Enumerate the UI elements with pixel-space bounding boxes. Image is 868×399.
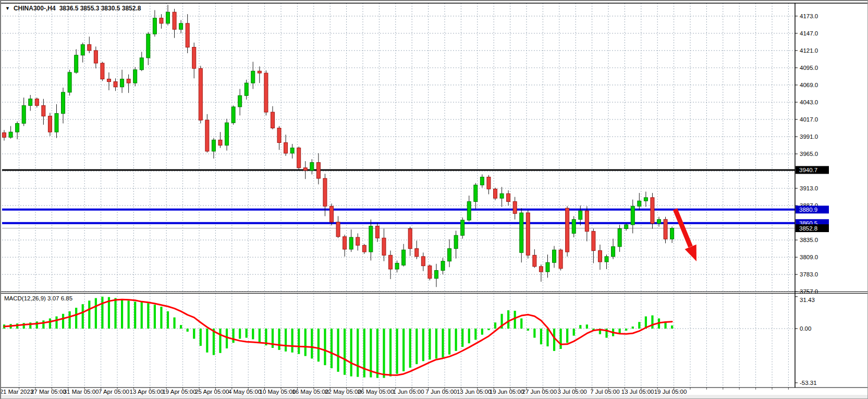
candle [297,148,301,168]
svg-text:3913.0: 3913.0 [800,185,818,191]
macd-histogram-bar [389,329,392,377]
svg-text:3991.0: 3991.0 [800,134,818,140]
candle [310,163,314,171]
macd-histogram-bar [193,329,195,338]
candle [448,249,451,261]
candle [428,266,432,279]
candle [290,148,294,153]
candle [434,271,438,279]
down-arrow-annotation [675,209,696,261]
svg-text:7 Jun 05:00: 7 Jun 05:00 [425,389,457,395]
macd-histogram-bar [448,329,450,355]
macd-histogram-bar [560,329,562,349]
candle [664,220,667,239]
macd-histogram-bar [200,329,202,346]
candle [107,79,111,82]
price-badge: 3852.8 [796,224,829,232]
candle [62,92,65,114]
symbol-dropdown-icon[interactable]: ▼ [5,6,10,11]
candle [618,229,621,247]
chart-canvas[interactable]: 4173.04147.04121.04095.04069.04043.04017… [1,1,867,398]
macd-histogram-bar [638,322,640,329]
svg-text:3940.7: 3940.7 [799,167,817,173]
candle [88,44,91,50]
macd-histogram-bar [69,311,71,329]
candle [42,105,45,116]
svg-text:19 Jun 05:00: 19 Jun 05:00 [490,389,524,395]
candle [349,237,353,249]
candle [592,232,595,251]
candle [16,124,19,132]
svg-text:3783.0: 3783.0 [800,271,818,277]
candle [375,226,379,238]
candle [303,168,307,171]
macd-histogram-bar [141,302,143,329]
candle [480,177,484,185]
svg-text:3880.9: 3880.9 [799,207,817,213]
candle [461,220,464,235]
macd-histogram-bar [324,329,326,365]
macd-histogram-bar [55,317,57,329]
candle [212,140,215,151]
macd-histogram-bar [429,329,431,359]
macd-histogram-bar [167,311,169,329]
candle [507,194,510,201]
macd-histogram-bar [213,329,215,355]
macd-histogram-bar [259,329,261,343]
macd-histogram-bar [586,324,588,329]
svg-text:10 May 05:00: 10 May 05:00 [260,389,296,395]
macd-indicator-label: MACD(12,26,9) 3.07 6.85 [4,295,72,301]
macd-histogram-bar [128,300,130,329]
svg-text:-53.31: -53.31 [800,380,817,386]
candle [343,237,347,249]
grid-lines [2,3,795,390]
macd-pane [3,297,673,378]
macd-histogram-bar [632,327,634,329]
candle [22,105,26,123]
macd-histogram-bar [252,329,254,339]
macd-histogram-bar [520,319,522,329]
svg-text:4069.0: 4069.0 [800,82,818,88]
candle [29,99,32,106]
svg-text:3 Jul 05:00: 3 Jul 05:00 [557,389,586,395]
svg-text:19 Apr 05:00: 19 Apr 05:00 [162,389,196,395]
candle [533,255,536,267]
candle [81,44,84,55]
candle [382,238,386,255]
svg-text:19 Jul 05:00: 19 Jul 05:00 [654,389,687,395]
candle [356,237,360,245]
horizontal-level-lines [2,170,795,228]
candle [271,112,274,128]
candle [330,206,334,222]
macd-histogram-bar [527,329,529,331]
svg-text:13 Jul 05:00: 13 Jul 05:00 [621,389,654,395]
macd-name: MACD(12,26,9) [4,295,46,301]
macd-histogram-bar [187,329,189,332]
trading-chart-window[interactable]: ▼ CHINA300-,H4 3836.5 3855.3 3830.5 3852… [0,0,868,399]
candle [631,206,634,225]
candle [559,250,563,269]
svg-text:3809.0: 3809.0 [800,254,818,260]
candle [68,72,71,92]
macd-histogram-bar [383,329,385,378]
macd-histogram-bar [291,329,294,353]
candle [467,201,471,220]
candle [284,142,288,153]
svg-text:3835.0: 3835.0 [800,237,818,243]
macd-histogram-bar [226,329,228,348]
macd-histogram-bar [363,329,365,378]
candle [9,132,13,137]
candle [101,63,104,79]
candle [114,82,117,87]
candle [3,132,6,137]
candle [421,257,425,266]
svg-text:31.43: 31.43 [800,297,815,303]
svg-text:4043.0: 4043.0 [800,99,818,105]
macd-histogram-bar [651,316,653,329]
candle [186,23,189,47]
macd-histogram-bar [350,329,352,377]
macd-histogram-bar [36,321,38,329]
macd-histogram-bar [553,329,555,351]
candle [657,220,661,224]
macd-histogram-bar [455,329,457,351]
